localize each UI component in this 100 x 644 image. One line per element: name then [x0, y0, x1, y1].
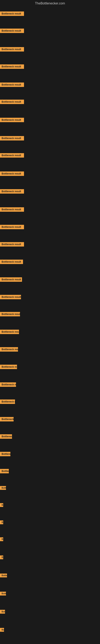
bottleneck-bar-11: Bottleneck result: [0, 189, 24, 194]
bottleneck-bar-10: Bottleneck result: [0, 172, 24, 176]
bottleneck-bar-29: Bottleneck result: [0, 503, 3, 507]
bottleneck-bar-30: Bottleneck result: [0, 520, 3, 524]
bottleneck-bar-14: Bottleneck result: [0, 242, 24, 246]
bottleneck-bar-35: Bottleneck result: [0, 610, 5, 614]
bottleneck-bar-5: Bottleneck result: [0, 82, 24, 87]
bottleneck-bar-1: Bottleneck result: [0, 12, 24, 16]
bottleneck-bar-17: Bottleneck result: [0, 295, 21, 299]
bottleneck-bar-22: Bottleneck result: [0, 382, 16, 387]
site-title: TheBottlenecker.com: [0, 0, 100, 7]
bottleneck-bar-31: Bottleneck result: [0, 537, 3, 541]
bottleneck-bar-19: Bottleneck result: [0, 330, 19, 334]
bottleneck-bar-24: Bottleneck result: [0, 417, 14, 422]
bottleneck-bar-32: Bottleneck result: [0, 556, 3, 559]
bottleneck-bar-18: Bottleneck result: [0, 312, 20, 316]
bottleneck-bar-21: Bottleneck result: [0, 365, 17, 369]
bottleneck-bar-28: Bottleneck result: [0, 486, 6, 490]
bottleneck-bar-20: Bottleneck result: [0, 347, 18, 352]
bottleneck-bar-7: Bottleneck result: [0, 118, 24, 122]
bottleneck-bar-13: Bottleneck result: [0, 225, 24, 229]
bottleneck-bar-12: Bottleneck result: [0, 207, 24, 212]
bottleneck-bar-36: Bottleneck result: [0, 628, 4, 632]
bottleneck-bar-34: Bottleneck result: [0, 592, 6, 596]
bottleneck-bar-15: Bottleneck result: [0, 260, 23, 264]
bottleneck-bar-26: Bottleneck result: [0, 452, 10, 456]
bottleneck-bar-3: Bottleneck result: [0, 47, 24, 52]
bottleneck-bar-8: Bottleneck result: [0, 136, 24, 140]
bottleneck-bar-33: Bottleneck result: [0, 574, 7, 578]
bottleneck-bar-25: Bottleneck result: [0, 434, 12, 439]
bottleneck-bar-23: Bottleneck result: [0, 400, 15, 404]
bottleneck-bar-4: Bottleneck result: [0, 64, 24, 69]
bottleneck-bar-6: Bottleneck result: [0, 100, 24, 104]
bottleneck-bar-9: Bottleneck result: [0, 153, 24, 158]
bottleneck-bar-2: Bottleneck result: [0, 28, 24, 33]
bottleneck-bar-27: Bottleneck result: [0, 469, 9, 473]
bottleneck-bar-16: Bottleneck result: [0, 277, 22, 282]
